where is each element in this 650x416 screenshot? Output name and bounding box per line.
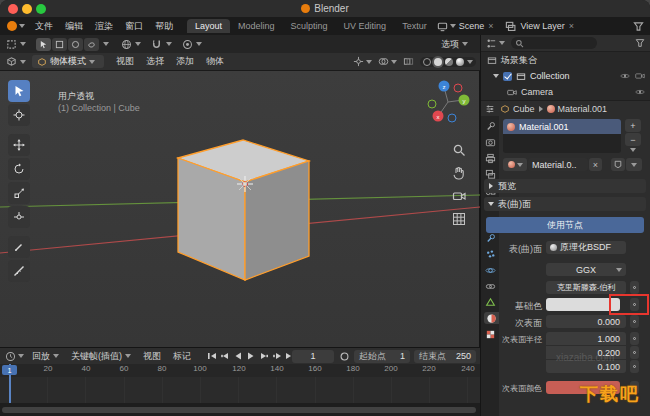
jump-to-start-button[interactable]: [207, 351, 217, 361]
gizmo-x-neg[interactable]: [454, 84, 462, 92]
view-layer-selector[interactable]: View Layer ×: [505, 21, 574, 32]
eye-icon[interactable]: [635, 88, 645, 96]
playhead-badge[interactable]: 1: [2, 365, 17, 375]
subsurface-slider[interactable]: 0.000: [546, 315, 626, 328]
render-visibility-icon[interactable]: [635, 72, 645, 80]
shading-rendered-button[interactable]: [456, 58, 464, 66]
auto-keying-toggle[interactable]: [340, 352, 349, 361]
subsurface-method-dropdown[interactable]: 克里斯滕森-伯利: [546, 281, 626, 294]
tab-tool[interactable]: [484, 120, 496, 132]
help-menu[interactable]: 帮助: [149, 20, 179, 33]
render-menu[interactable]: 渲染: [89, 20, 119, 33]
view-menu[interactable]: 视图: [110, 55, 140, 68]
shading-solid-button[interactable]: [434, 58, 442, 66]
outliner-row-collection[interactable]: Collection: [481, 68, 650, 84]
overlays-dropdown[interactable]: [378, 56, 397, 67]
mode-dropdown[interactable]: 物体模式: [32, 55, 104, 68]
file-menu[interactable]: 文件: [29, 20, 59, 33]
distribution-dropdown[interactable]: GGX: [546, 263, 626, 276]
unlink-material-button[interactable]: ×: [589, 158, 602, 171]
outliner-filter-icon[interactable]: [635, 38, 645, 48]
outliner-row-camera[interactable]: Camera: [481, 84, 650, 100]
zoom-view-button[interactable]: [452, 143, 466, 157]
frame-start-field[interactable]: 起始点 1: [354, 350, 410, 363]
outliner-search-input[interactable]: [511, 37, 597, 49]
maximize-window-button[interactable]: [36, 4, 46, 14]
breadcrumb-material[interactable]: Material.001: [558, 104, 608, 114]
remove-slot-button[interactable]: −: [625, 133, 641, 146]
select-mode-extend-button[interactable]: [52, 38, 67, 51]
view-layer-unlink-icon[interactable]: ×: [569, 21, 574, 31]
timeline-scrollbar[interactable]: [2, 407, 476, 413]
scene-unlink-icon[interactable]: ×: [488, 21, 493, 31]
properties-editor-icon[interactable]: [485, 104, 495, 114]
shading-wireframe-button[interactable]: [423, 58, 431, 66]
eye-icon[interactable]: [620, 72, 630, 80]
snap-toggle[interactable]: [151, 39, 162, 50]
shading-dropdown[interactable]: [467, 60, 473, 64]
next-frame-button[interactable]: [259, 351, 269, 361]
filter-icon[interactable]: [633, 21, 644, 32]
play-reverse-button[interactable]: [233, 351, 243, 361]
tab-modeling[interactable]: Modeling: [230, 19, 283, 33]
tab-texture-paint[interactable]: Textur: [394, 19, 429, 33]
editor-type-dropdown[interactable]: [0, 56, 30, 67]
transform-tool[interactable]: [8, 206, 30, 228]
blender-menu-button[interactable]: [0, 21, 29, 31]
measure-tool[interactable]: [8, 260, 30, 282]
tab-render[interactable]: [484, 136, 496, 148]
tab-layout[interactable]: Layout: [187, 19, 230, 33]
browse-material-dropdown[interactable]: [503, 158, 527, 171]
move-tool[interactable]: [8, 134, 30, 156]
subsurface-radius-x-slider[interactable]: 1.000: [546, 332, 626, 345]
marker-menu[interactable]: 标记: [167, 350, 197, 363]
prev-keyframe-button[interactable]: [220, 351, 230, 361]
add-slot-button[interactable]: +: [625, 119, 641, 132]
select-mode-dropdown[interactable]: [103, 42, 109, 46]
material-slot-list[interactable]: Material.001: [503, 119, 621, 153]
material-name-field[interactable]: Material.0..: [528, 158, 588, 171]
gizmo-z-neg[interactable]: [448, 114, 456, 122]
animate-radius-button[interactable]: [630, 332, 639, 345]
preview-panel-header[interactable]: 预览: [484, 179, 646, 193]
proportional-edit-toggle[interactable]: [182, 39, 202, 50]
gizmo-dropdown[interactable]: [353, 56, 372, 67]
animate-subsurface-method-button[interactable]: [630, 281, 639, 294]
minimize-window-button[interactable]: [22, 4, 32, 14]
gizmo-y-neg[interactable]: [428, 100, 436, 108]
timeline-ruler[interactable]: 20 40 60 80 100 120 140 160 180 200 220 …: [0, 364, 480, 377]
timeline-view-menu[interactable]: 视图: [137, 350, 167, 363]
viewport-canvas[interactable]: 用户透视 (1) Collection | Cube z: [0, 71, 480, 347]
new-material-button[interactable]: [626, 158, 642, 171]
fake-user-button[interactable]: [611, 158, 625, 171]
transform-orientation-dropdown[interactable]: [121, 39, 141, 50]
collection-checkbox[interactable]: [503, 72, 512, 81]
add-menu[interactable]: 添加: [170, 55, 200, 68]
current-frame-field[interactable]: 1: [292, 350, 334, 363]
select-mode-new-button[interactable]: [36, 38, 51, 51]
window-menu[interactable]: 窗口: [119, 20, 149, 33]
frame-end-field[interactable]: 结束点 250: [414, 350, 476, 363]
options-dropdown[interactable]: 选项: [441, 38, 468, 51]
select-box-tool[interactable]: [8, 80, 30, 102]
playback-menu[interactable]: 回放: [26, 350, 65, 363]
slot-specials-dropdown[interactable]: [625, 148, 641, 152]
select-menu[interactable]: 选择: [140, 55, 170, 68]
scene-selector[interactable]: Scene ×: [437, 21, 494, 32]
keying-menu[interactable]: 关键帧(插值): [65, 350, 137, 363]
timeline-track[interactable]: [0, 377, 480, 403]
scale-tool[interactable]: [8, 182, 30, 204]
next-keyframe-button[interactable]: [272, 351, 282, 361]
surface-shader-dropdown[interactable]: 原理化BSDF: [546, 241, 626, 254]
object-menu[interactable]: 物体: [200, 55, 230, 68]
toggle-ortho-button[interactable]: [452, 212, 466, 226]
animate-subsurface-button[interactable]: [630, 315, 639, 328]
select-mode-intersect-button[interactable]: [84, 38, 99, 51]
active-tool-dropdown[interactable]: [0, 39, 30, 50]
cube-object[interactable]: [178, 140, 309, 280]
camera-view-button[interactable]: [452, 189, 466, 203]
xray-toggle[interactable]: [403, 56, 414, 67]
animate-radius-button[interactable]: [630, 360, 639, 373]
edit-menu[interactable]: 编辑: [59, 20, 89, 33]
play-button[interactable]: [246, 351, 256, 361]
